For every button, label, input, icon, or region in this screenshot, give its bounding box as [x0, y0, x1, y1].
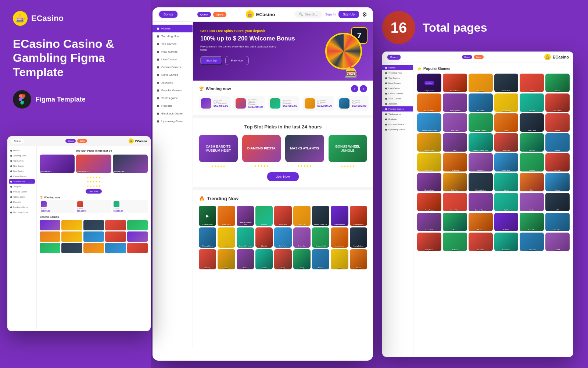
tg-21[interactable]: Gates [237, 249, 254, 269]
rp-game-39[interactable]: Gates of Olympus [469, 193, 493, 211]
rp-game-48[interactable]: Fish & Spins [545, 213, 570, 231]
rp-si-trending[interactable]: Trending Now [382, 70, 413, 75]
rp-game-51[interactable]: Fish & Spins [469, 233, 493, 251]
rp-game-7[interactable]: Hot Fruit Delight [417, 93, 441, 112]
rp-game-9[interactable]: Fish & Spins [469, 93, 493, 112]
rp-game-40[interactable]: Big Win [494, 193, 519, 211]
tg-17[interactable]: Zeus Hades [331, 227, 348, 248]
rp-game-44[interactable]: Winner [443, 213, 467, 231]
rp-game-23[interactable]: Tramp Day [520, 133, 544, 152]
tg-11[interactable]: Savo [218, 227, 235, 248]
rp-game-26[interactable]: Fish & Spins [443, 153, 467, 171]
tg-20[interactable]: Savo [218, 249, 235, 269]
rp-si-upcoming[interactable]: Upcoming Game [382, 127, 413, 132]
rp-game-5[interactable]: Casino [520, 74, 544, 92]
ps-popular[interactable]: Popular Games [9, 190, 35, 194]
rp-game-4[interactable]: Casino Club [494, 74, 519, 92]
ps-trending[interactable]: Trending Now [9, 153, 35, 158]
rp-game-8[interactable]: Mighty Symbols [443, 93, 467, 112]
mp-sidebar-homes[interactable]: Homes [153, 25, 193, 32]
rp-game-2[interactable]: Casino Sevens [443, 74, 467, 92]
rp-game-35[interactable]: More [520, 173, 544, 191]
rp-si-live[interactable]: Live Casino [382, 86, 413, 91]
tg-18[interactable]: Penny Pelican [350, 227, 367, 248]
mp-sidebar-roulette[interactable]: Roulette [153, 102, 193, 110]
mp-sidebar-casino[interactable]: Casino Games [153, 63, 193, 71]
rp-game-13[interactable]: Winning Clover Extreme [417, 113, 441, 132]
rp-game-28[interactable]: Fish & Spins [494, 153, 519, 171]
mp-search[interactable]: 🔍 Search... [294, 11, 322, 18]
rp-game-6[interactable]: Casino [545, 74, 570, 92]
rp-game-1[interactable]: Join Now 5 Super Clover [417, 74, 441, 92]
tg-26[interactable]: Zeus [331, 249, 348, 269]
preview-spins-tab[interactable]: Spins [77, 139, 87, 143]
ps-slots[interactable]: Slots Games [9, 179, 35, 184]
rp-game-29[interactable]: Bark Wolf [520, 153, 544, 171]
ps-jackpots[interactable]: Jackpots [9, 184, 35, 189]
mp-sidebar-new[interactable]: New Games [153, 48, 193, 56]
ps-casino[interactable]: Casino Games [9, 174, 35, 178]
tg-13[interactable]: 1 Tumble [255, 227, 273, 248]
rp-si-casino[interactable]: Casino Games [382, 91, 413, 96]
mp-signin-btn[interactable]: Sign In [325, 13, 336, 16]
rp-game-11[interactable]: Tramp Day [520, 93, 544, 112]
mp-winning-prev[interactable]: ‹ [351, 85, 358, 92]
ps-homes[interactable]: Homes [9, 148, 35, 153]
tg-7[interactable]: Dragon's Gold 100 [312, 206, 329, 226]
rp-si-popular[interactable]: Popular Games [382, 106, 413, 112]
preview-join-btn[interactable]: Join Now [86, 189, 102, 194]
rp-game-19[interactable]: Winning Clover [417, 133, 441, 152]
rp-game-36[interactable]: Casino [545, 173, 570, 191]
rp-game-14[interactable]: Multi Player [443, 113, 467, 132]
rp-game-54[interactable]: CLOVER [545, 233, 570, 251]
mp-settings-icon[interactable]: ⚙ [362, 11, 367, 18]
mp-join-btn[interactable]: Join Now [267, 172, 298, 181]
rp-game-25[interactable]: Lucky Clover [417, 153, 441, 171]
rp-game-47[interactable]: Crystal Rico [520, 213, 544, 231]
mp-sidebar-slots[interactable]: Slots Games [153, 71, 193, 79]
rp-si-homes[interactable]: Homes [382, 65, 413, 70]
mp-signup-btn[interactable]: Sign Up [338, 11, 359, 18]
tg-14[interactable]: Juicy Fruits [274, 227, 291, 248]
rp-game-27[interactable]: Casino Rico [469, 153, 493, 171]
ps-upcoming[interactable]: Upcoming Game [9, 210, 35, 215]
rp-game-33[interactable]: Mahjong Destiny [469, 173, 493, 191]
rp-game-53[interactable]: Lucky Clover [520, 233, 544, 251]
mp-spins-tab[interactable]: Spins [213, 12, 226, 17]
mp-winning-next[interactable]: › [360, 85, 367, 92]
rp-game-20[interactable]: Savo [443, 133, 467, 152]
mp-hero-signup-btn[interactable]: Sign Up [200, 56, 222, 65]
rp-game-16[interactable]: Viking [494, 113, 519, 132]
rp-game-37[interactable]: Penny Pelican [417, 193, 441, 211]
rp-game-21[interactable]: Gates of Olympus 1000 [469, 133, 493, 152]
ps-roulette[interactable]: Roulette [9, 200, 35, 204]
tg-2[interactable]: Sugar Rush [218, 206, 235, 226]
tg-24[interactable]: Tramp [293, 249, 311, 269]
rp-si-slots[interactable]: Slots Games [382, 96, 413, 101]
rp-si-tables[interactable]: Tables game [382, 112, 413, 117]
tg-25[interactable]: Dragon [312, 249, 329, 269]
rp-game-43[interactable]: Casino Club [417, 213, 441, 231]
rp-game-52[interactable]: Super Clover [494, 233, 519, 251]
rp-game-15[interactable]: Mahjong Dragons [469, 113, 493, 132]
tg-4[interactable]: 1 Tumble [255, 206, 273, 226]
mp-sidebar-live[interactable]: Live Casino [153, 56, 193, 63]
mp-sidebar-upcoming[interactable]: Upcoming Game [153, 117, 193, 125]
rp-game-24[interactable]: Casino [545, 133, 570, 152]
rp-game-49[interactable]: Lucky Clover [417, 233, 441, 251]
rp-game-17[interactable]: Super Clover [520, 113, 544, 132]
rp-game-42[interactable]: 777 [545, 193, 570, 211]
rp-quest-tab[interactable]: Quest [462, 55, 472, 59]
tg-9[interactable]: Penny Pelican [350, 206, 367, 226]
rp-game-12[interactable]: Fish & Spins [545, 93, 570, 112]
tg-12[interactable]: Gates of Olympus [237, 227, 254, 248]
rp-game-10[interactable]: Multi Player [494, 93, 519, 112]
rp-game-38[interactable]: Penny Pelican [443, 193, 467, 211]
mp-sidebar-trending[interactable]: Trending Now [153, 32, 193, 40]
tg-15[interactable]: Tramp Day [293, 227, 311, 248]
rp-si-new[interactable]: New Games [382, 81, 413, 86]
rp-spins-tab[interactable]: Spins [474, 55, 484, 59]
rp-game-41[interactable]: Big Win [520, 193, 544, 211]
mp-sidebar-jackpots[interactable]: Jackpots [153, 79, 193, 86]
mp-sidebar-blackjack[interactable]: Blackjack Game [153, 110, 193, 117]
